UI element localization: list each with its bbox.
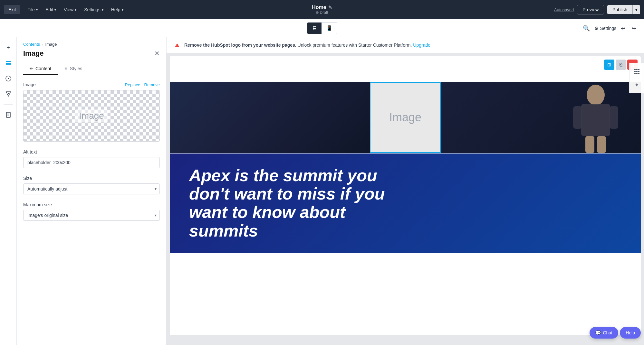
breadcrumb: Contents › Image (17, 37, 166, 47)
alt-text-label: Alt text (23, 149, 160, 154)
chat-bubble-icon: 💬 (595, 330, 601, 335)
dots-grid-icon (634, 69, 639, 74)
preview-top-bar: ≡ ⊞ ⎘ 🗑 (170, 56, 641, 82)
max-size-select[interactable]: Image's original size Small Medium Large (23, 210, 160, 221)
breadcrumb-contents-link[interactable]: Contents (23, 42, 40, 47)
upgrade-link[interactable]: Upgrade (413, 42, 430, 48)
settings-button[interactable]: ⚙ Settings (594, 26, 616, 31)
plus-icon: + (6, 44, 10, 51)
copy-icon: ⎘ (620, 62, 622, 67)
svg-rect-14 (585, 136, 594, 153)
svg-point-5 (8, 93, 9, 94)
image-placeholder-text: Image (75, 109, 108, 122)
undo-icon: ↩ (621, 25, 626, 32)
panel-close-button[interactable]: ✕ (154, 50, 160, 57)
grid-icon: ⊞ (607, 62, 611, 67)
page-status: Draft (320, 10, 328, 15)
image-label-row: Image Replace Remove (23, 82, 160, 88)
svg-rect-1 (6, 63, 11, 64)
desktop-view-button[interactable]: 🖥 (307, 23, 322, 34)
preview-edit-button[interactable]: ⊞ (604, 60, 614, 70)
settings-menu[interactable]: Settings ▾ (81, 5, 107, 14)
undo-button[interactable]: ↩ (620, 23, 627, 33)
svg-point-10 (587, 85, 605, 105)
svg-rect-15 (597, 136, 606, 153)
alt-text-field-section: Alt text (23, 149, 160, 168)
redo-icon: ↪ (631, 25, 636, 32)
search-icon: 🔍 (583, 25, 590, 32)
svg-rect-12 (573, 106, 582, 129)
tab-styles[interactable]: ✕ Styles (58, 63, 89, 75)
pages-button[interactable] (2, 108, 15, 121)
preview-image-placeholder-text: Image (389, 111, 421, 124)
image-field-section: Image Replace Remove Image (23, 82, 160, 142)
sparkle-button[interactable]: ✦ (631, 79, 643, 91)
file-menu[interactable]: File ▾ (24, 5, 41, 14)
size-field-section: Size Automatically adjust Custom Full wi… (23, 176, 160, 194)
image-panel: Contents › Image Image ✕ ✏ Content ✕ Sty… (17, 37, 167, 345)
exit-button[interactable]: Exit (4, 5, 20, 14)
nav-button[interactable] (2, 72, 15, 85)
add-element-button[interactable]: + (2, 41, 15, 54)
preview-hero-section: Apex is the summit you don't want to mis… (170, 154, 641, 253)
main-layout: + (0, 37, 644, 345)
size-select[interactable]: Automatically adjust Custom Full width (23, 183, 160, 194)
chat-button[interactable]: 💬 Chat (590, 327, 618, 339)
image-actions: Replace Remove (125, 82, 160, 88)
alt-text-input[interactable] (23, 157, 160, 168)
replace-link[interactable]: Replace (125, 82, 140, 87)
help-button[interactable]: Help (620, 327, 641, 339)
image-field-label: Image (23, 82, 36, 87)
publish-button[interactable]: Publish (607, 5, 632, 14)
right-float-panel: ✦ (629, 63, 644, 93)
size-label: Size (23, 176, 160, 181)
publish-dropdown-button[interactable]: ▾ (632, 5, 640, 14)
preview-image-box[interactable]: Image (370, 82, 441, 153)
remove-link[interactable]: Remove (144, 82, 160, 87)
autosaved-label[interactable]: Autosaved (554, 7, 574, 12)
help-menu[interactable]: Help ▾ (108, 5, 127, 14)
tab-content[interactable]: ✏ Content (23, 63, 58, 75)
svg-rect-11 (581, 104, 610, 136)
device-toggle: 🖥 📱 (307, 22, 337, 34)
image-placeholder[interactable]: Image (23, 90, 160, 142)
preview-copy-button[interactable]: ⎘ (616, 60, 626, 70)
preview-button[interactable]: Preview (577, 5, 604, 14)
panel-tabs: ✏ Content ✕ Styles (23, 63, 160, 75)
styles-icon: ✕ (64, 66, 68, 71)
max-size-field-section: Maximum size Image's original size Small… (23, 202, 160, 221)
draft-dot (316, 11, 318, 14)
upgrade-icon: 🔺 (173, 41, 181, 49)
svg-rect-2 (6, 64, 11, 65)
publish-group: Publish ▾ (607, 5, 640, 14)
close-icon: ✕ (154, 50, 160, 57)
assets-button[interactable] (2, 88, 15, 100)
mobile-icon: 📱 (326, 25, 332, 31)
search-button[interactable]: 🔍 (582, 23, 591, 33)
nav-icon (5, 75, 12, 82)
svg-rect-13 (609, 106, 618, 129)
redo-button[interactable]: ↪ (630, 23, 638, 33)
layers-button[interactable] (2, 57, 15, 70)
preview-dark-left (170, 82, 370, 153)
breadcrumb-separator: › (42, 42, 43, 47)
page-title-center: Home ✎ Draft (312, 5, 332, 15)
toolbar-right-actions: 🔍 ⚙ Settings ↩ ↪ (582, 23, 638, 33)
banner-normal-text: Unlock premium features with Starter Cus… (298, 42, 412, 48)
view-menu[interactable]: View ▾ (61, 5, 80, 14)
hero-heading: Apex is the summit you don't want to mis… (189, 166, 415, 240)
breadcrumb-current: Image (45, 42, 57, 47)
svg-rect-0 (6, 61, 11, 62)
preview-image-section: Image (170, 82, 641, 153)
grid-dots-button[interactable] (631, 66, 643, 77)
gear-icon: ⚙ (594, 26, 599, 31)
edit-menu[interactable]: Edit ▾ (42, 5, 59, 14)
sparkle-icon: ✦ (634, 81, 639, 89)
edit-title-icon[interactable]: ✎ (328, 5, 332, 10)
layers-icon (5, 60, 12, 66)
sidebar-icons: + (0, 37, 17, 345)
banner-bold-text: Remove the HubSpot logo from your websit… (184, 42, 296, 48)
preview-dark-right (441, 82, 641, 153)
max-size-label: Maximum size (23, 202, 160, 207)
mobile-view-button[interactable]: 📱 (322, 23, 337, 34)
